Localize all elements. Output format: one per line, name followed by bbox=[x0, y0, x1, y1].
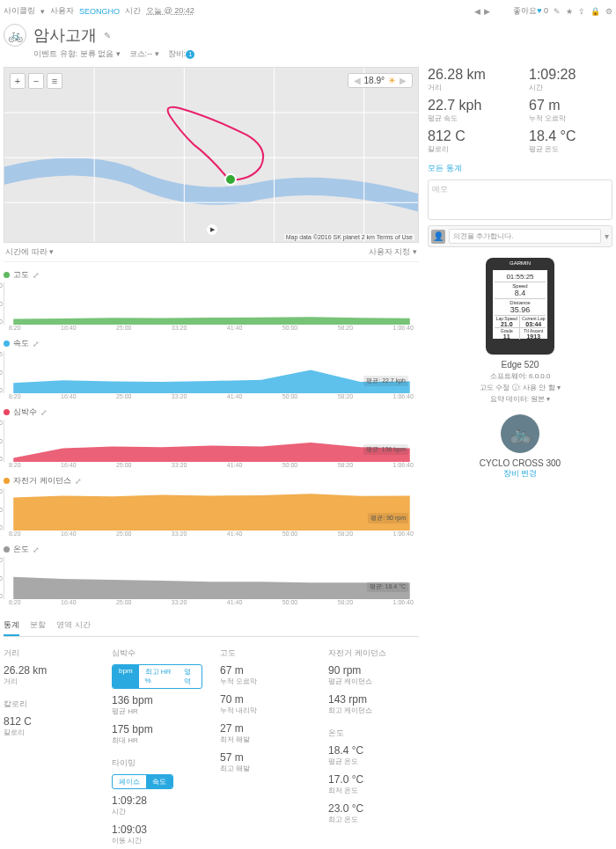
summary-label: 누적 오르막 bbox=[529, 113, 612, 123]
user-link[interactable]: SEONGHO bbox=[79, 7, 120, 16]
course-label: 코스: bbox=[129, 49, 148, 58]
route-map[interactable]: + − ≡ ◀ 18.9° ☀ ▶ ▶ Map data ©2016 SK pl… bbox=[4, 67, 419, 243]
stat-value: 18.4 °C bbox=[328, 744, 419, 757]
temp-section-title: 온도 bbox=[328, 728, 419, 739]
play-button[interactable]: ▶ bbox=[207, 224, 217, 235]
layers-button[interactable]: ≡ bbox=[47, 73, 62, 89]
course-dropdown[interactable]: -- bbox=[147, 49, 159, 58]
stat-value: 812 C bbox=[4, 715, 94, 728]
stat-label: 이동 시간 bbox=[112, 836, 202, 845]
hr-pill-bpm[interactable]: bpm bbox=[113, 665, 139, 688]
edit-icon[interactable]: ✎ bbox=[554, 7, 561, 16]
activity-bike-icon: 🚲 bbox=[4, 24, 26, 47]
stat-label: 누적 내리막 bbox=[220, 706, 311, 715]
gear-count-badge[interactable]: 1 bbox=[186, 50, 194, 59]
stat-value: 136 bpm bbox=[112, 694, 202, 706]
gear-icon[interactable]: ⚙ bbox=[605, 7, 612, 16]
event-type-dropdown[interactable]: 분류 없음 bbox=[80, 49, 121, 58]
star-icon[interactable]: ★ bbox=[566, 7, 573, 16]
summary-label: 거리 bbox=[428, 83, 511, 92]
chart-3[interactable]: 100500 평균: 90 rpm bbox=[4, 488, 419, 531]
device-brand: GARMIN bbox=[486, 260, 554, 266]
stat-label: 최저 해발 bbox=[220, 735, 311, 744]
summary-value: 1:09:28 bbox=[529, 67, 612, 83]
timing-pill-pace[interactable]: 페이스 bbox=[113, 775, 146, 788]
nav-prev-icon[interactable]: ◀ bbox=[474, 7, 480, 16]
chart-expand-icon[interactable]: ⤢ bbox=[33, 271, 40, 280]
zoom-in-button[interactable]: + bbox=[10, 73, 26, 89]
memo-input[interactable]: 메모 bbox=[428, 179, 612, 220]
tab-zones[interactable]: 영역 시간 bbox=[56, 616, 91, 636]
time-axis-dropdown[interactable]: 시간에 따라 ▾ bbox=[5, 246, 54, 258]
map-attribution: Map data ©2016 SK planet 2 km Terms of U… bbox=[284, 234, 414, 240]
timing-pill-speed[interactable]: 속도 bbox=[146, 775, 172, 788]
stat-value: 70 m bbox=[220, 693, 311, 706]
device-elevation-setting[interactable]: 고도 수정 ⓘ: 사용 안 함 ▾ bbox=[428, 383, 612, 392]
hr-pill-zone[interactable]: 영역 bbox=[178, 665, 202, 688]
chart-dot-icon bbox=[4, 340, 10, 347]
chart-expand-icon[interactable]: ⤢ bbox=[40, 408, 48, 417]
opinion-dropdown-icon[interactable]: ▾ bbox=[605, 231, 609, 241]
lock-icon[interactable]: 🔒 bbox=[590, 7, 600, 16]
app-type[interactable]: 사이클링 bbox=[4, 5, 35, 17]
opinion-input[interactable]: 의견을 추가합니다. bbox=[449, 229, 601, 244]
hr-pill-max[interactable]: 최고 HR % bbox=[139, 665, 179, 688]
chart-expand-icon[interactable]: ⤢ bbox=[33, 545, 40, 554]
stat-label: 평균 HR bbox=[112, 706, 202, 716]
device-software: 소프트웨어: 6.0.0.0 bbox=[428, 371, 612, 381]
summary-value: 26.28 km bbox=[428, 67, 511, 83]
stat-label: 평균 온도 bbox=[328, 757, 419, 766]
stat-value: 175 bpm bbox=[112, 723, 202, 736]
chart-1[interactable]: 75500 평균: 22.7 kph bbox=[4, 351, 419, 393]
tab-splits[interactable]: 분할 bbox=[30, 616, 46, 636]
like-count: 0 bbox=[544, 6, 548, 15]
stat-label: 최저 온도 bbox=[328, 786, 419, 795]
nav-left-icon[interactable]: ◀ bbox=[354, 76, 361, 85]
page-title: 암사고개 bbox=[33, 25, 97, 46]
chart-title: 자전거 케이던스 bbox=[13, 475, 71, 487]
like-label[interactable]: 좋아요 bbox=[513, 6, 537, 15]
chart-0[interactable]: 2001000 bbox=[4, 282, 419, 325]
ds-cl: 03:44 bbox=[525, 321, 541, 327]
stat-label: 칼로리 bbox=[4, 728, 94, 737]
tab-stats[interactable]: 통계 bbox=[4, 616, 19, 636]
stat-value: 143 rpm bbox=[328, 693, 419, 706]
stat-value: 26.28 km bbox=[4, 664, 94, 677]
stat-label: 평균 케이던스 bbox=[328, 677, 419, 686]
change-gear-link[interactable]: 장비 변경 bbox=[503, 469, 538, 478]
stat-label: 최고 온도 bbox=[328, 815, 419, 824]
chart-badge: 평균: 22.7 kph bbox=[363, 376, 408, 386]
distance-section-title: 거리 bbox=[4, 648, 94, 659]
chart-expand-icon[interactable]: ⤢ bbox=[33, 340, 40, 348]
chart-4[interactable]: 40200 평균: 18.4 °C bbox=[4, 557, 419, 599]
nav-next-icon[interactable]: ▶ bbox=[484, 7, 490, 16]
chart-expand-icon[interactable]: ⤢ bbox=[75, 477, 82, 486]
custom-dropdown[interactable]: 사용자 지정 ▾ bbox=[369, 246, 417, 258]
device-summary-setting[interactable]: 요약 데이터: 원본 ▾ bbox=[428, 394, 612, 404]
all-stats-link[interactable]: 모든 통계 bbox=[428, 164, 462, 172]
stat-label: 최고 해발 bbox=[220, 764, 311, 773]
zoom-out-button[interactable]: − bbox=[28, 73, 44, 89]
stat-label: 누적 오르막 bbox=[220, 677, 311, 686]
time-value: 오늘 @ 20:42 bbox=[146, 5, 194, 17]
chart-2[interactable]: 2001500 평균: 136 bpm bbox=[4, 420, 419, 462]
summary-value: 812 C bbox=[428, 128, 511, 144]
summary-value: 22.7 kph bbox=[428, 98, 511, 113]
chart-dot-icon bbox=[4, 409, 10, 415]
title-edit-icon[interactable]: ✎ bbox=[104, 31, 111, 40]
stat-value: 27 m bbox=[220, 722, 311, 735]
chart-badge: 평균: 136 bpm bbox=[363, 444, 408, 455]
opinion-avatar-icon: 👤 bbox=[431, 230, 445, 244]
share-icon[interactable]: ⇪ bbox=[578, 7, 585, 16]
chart-badge: 평균: 18.4 °C bbox=[367, 582, 408, 592]
stat-label: 시간 bbox=[112, 807, 202, 816]
hr-section-title: 심박수 bbox=[112, 648, 202, 659]
gear-label: 장비: bbox=[168, 49, 187, 58]
summary-label: 평균 온도 bbox=[529, 144, 612, 154]
chart-dot-icon bbox=[4, 546, 10, 553]
ds-ls: 21.0 bbox=[501, 321, 513, 327]
nav-right-icon[interactable]: ▶ bbox=[400, 76, 407, 85]
ds-time: 01:55:25 bbox=[506, 273, 533, 281]
device-image: GARMIN 01:55:25 Speed8.4 Distance35.96 L… bbox=[486, 258, 554, 355]
calories-section-title: 칼로리 bbox=[4, 699, 94, 710]
